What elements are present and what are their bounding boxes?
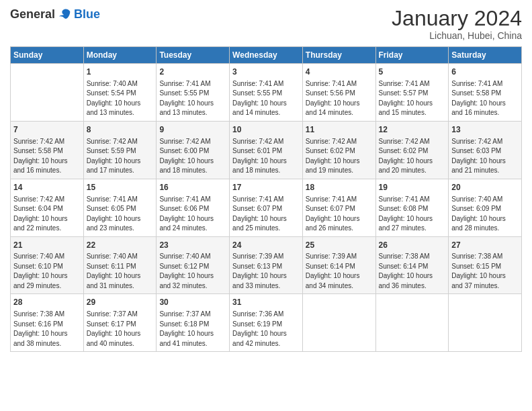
cell-content: Sunrise: 7:42 AMSunset: 6:04 PMDaylight:…	[13, 195, 81, 234]
day-cell: 1Sunrise: 7:40 AMSunset: 5:54 PMDaylight…	[83, 64, 157, 122]
sunset-text: Sunset: 6:07 PM	[232, 204, 300, 214]
day-cell: 26Sunrise: 7:38 AMSunset: 6:14 PMDayligh…	[375, 236, 449, 294]
day-cell: 2Sunrise: 7:41 AMSunset: 5:55 PMDaylight…	[157, 64, 230, 122]
cell-content: Sunrise: 7:40 AMSunset: 6:10 PMDaylight:…	[13, 252, 81, 291]
day-cell: 11Sunrise: 7:42 AMSunset: 6:02 PMDayligh…	[302, 121, 375, 179]
sunset-text: Sunset: 6:16 PM	[13, 320, 81, 330]
day-cell: 25Sunrise: 7:39 AMSunset: 6:14 PMDayligh…	[302, 236, 375, 294]
day-cell: 31Sunrise: 7:36 AMSunset: 6:19 PMDayligh…	[230, 294, 303, 352]
daylight-text: Daylight: 10 hours and 33 minutes.	[232, 271, 300, 291]
daylight-text: Daylight: 10 hours and 42 minutes.	[232, 329, 300, 349]
day-cell: 20Sunrise: 7:40 AMSunset: 6:09 PMDayligh…	[449, 179, 522, 236]
sunset-text: Sunset: 6:06 PM	[159, 204, 226, 214]
day-cell	[302, 294, 375, 352]
day-number: 5	[379, 66, 446, 78]
daylight-text: Daylight: 10 hours and 15 minutes.	[379, 99, 446, 118]
day-header-friday: Friday	[375, 47, 449, 64]
sunset-text: Sunset: 5:54 PM	[87, 89, 154, 99]
sunset-text: Sunset: 5:59 PM	[87, 146, 154, 156]
day-number: 18	[306, 182, 373, 193]
sunrise-text: Sunrise: 7:42 AM	[159, 137, 226, 147]
daylight-text: Daylight: 10 hours and 23 minutes.	[87, 214, 154, 234]
day-number: 17	[232, 182, 300, 193]
sunrise-text: Sunrise: 7:40 AM	[87, 252, 154, 262]
sunrise-text: Sunrise: 7:42 AM	[306, 137, 373, 147]
day-cell: 12Sunrise: 7:42 AMSunset: 6:02 PMDayligh…	[375, 121, 449, 179]
sunset-text: Sunset: 5:55 PM	[159, 89, 226, 99]
day-cell	[375, 294, 449, 352]
day-number: 11	[306, 124, 373, 136]
day-number: 1	[87, 66, 154, 78]
sunrise-text: Sunrise: 7:41 AM	[306, 79, 373, 89]
sunset-text: Sunset: 6:12 PM	[159, 262, 226, 272]
sunset-text: Sunset: 6:07 PM	[306, 204, 373, 214]
week-row-5: 28Sunrise: 7:38 AMSunset: 6:16 PMDayligh…	[11, 294, 522, 352]
day-number: 21	[13, 240, 81, 251]
day-cell: 15Sunrise: 7:41 AMSunset: 6:05 PMDayligh…	[83, 179, 157, 236]
sunrise-text: Sunrise: 7:41 AM	[159, 195, 226, 205]
cell-content: Sunrise: 7:40 AMSunset: 5:54 PMDaylight:…	[87, 79, 154, 118]
sunset-text: Sunset: 6:15 PM	[451, 262, 519, 272]
daylight-text: Daylight: 10 hours and 32 minutes.	[159, 271, 226, 291]
daylight-text: Daylight: 10 hours and 14 minutes.	[306, 99, 373, 118]
sunset-text: Sunset: 5:57 PM	[379, 89, 446, 99]
sunrise-text: Sunrise: 7:38 AM	[379, 252, 446, 262]
cell-content: Sunrise: 7:41 AMSunset: 6:06 PMDaylight:…	[159, 195, 226, 234]
cell-content: Sunrise: 7:40 AMSunset: 6:09 PMDaylight:…	[451, 195, 519, 234]
sunrise-text: Sunrise: 7:41 AM	[379, 79, 446, 89]
day-cell: 17Sunrise: 7:41 AMSunset: 6:07 PMDayligh…	[230, 179, 303, 236]
day-cell: 19Sunrise: 7:41 AMSunset: 6:08 PMDayligh…	[375, 179, 449, 236]
daylight-text: Daylight: 10 hours and 19 minutes.	[306, 156, 373, 176]
sunrise-text: Sunrise: 7:40 AM	[13, 252, 81, 262]
day-number: 22	[87, 240, 154, 251]
day-cell: 13Sunrise: 7:42 AMSunset: 6:03 PMDayligh…	[449, 121, 522, 179]
cell-content: Sunrise: 7:42 AMSunset: 5:58 PMDaylight:…	[13, 137, 81, 176]
day-cell: 24Sunrise: 7:39 AMSunset: 6:13 PMDayligh…	[230, 236, 303, 294]
day-number: 12	[379, 124, 446, 136]
sunrise-text: Sunrise: 7:41 AM	[159, 79, 226, 89]
day-number: 14	[13, 182, 81, 193]
day-header-thursday: Thursday	[302, 47, 375, 64]
day-number: 13	[451, 124, 519, 136]
daylight-text: Daylight: 10 hours and 38 minutes.	[13, 329, 81, 349]
calendar-page: General Blue January 2024 Lichuan, Hubei…	[0, 0, 532, 411]
cell-content: Sunrise: 7:41 AMSunset: 6:05 PMDaylight:…	[87, 195, 154, 234]
sunset-text: Sunset: 6:14 PM	[306, 262, 373, 272]
day-number: 30	[159, 297, 226, 308]
cell-content: Sunrise: 7:42 AMSunset: 5:59 PMDaylight:…	[87, 137, 154, 176]
sunset-text: Sunset: 6:09 PM	[451, 204, 519, 214]
sunrise-text: Sunrise: 7:41 AM	[379, 195, 446, 205]
day-cell: 5Sunrise: 7:41 AMSunset: 5:57 PMDaylight…	[375, 64, 449, 122]
cell-content: Sunrise: 7:40 AMSunset: 6:12 PMDaylight:…	[159, 252, 226, 291]
day-number: 7	[13, 124, 81, 136]
day-cell: 23Sunrise: 7:40 AMSunset: 6:12 PMDayligh…	[157, 236, 230, 294]
day-cell: 8Sunrise: 7:42 AMSunset: 5:59 PMDaylight…	[83, 121, 157, 179]
cell-content: Sunrise: 7:36 AMSunset: 6:19 PMDaylight:…	[232, 310, 300, 349]
logo-general: General	[10, 7, 55, 21]
sunrise-text: Sunrise: 7:41 AM	[87, 195, 154, 205]
sunset-text: Sunset: 6:11 PM	[87, 262, 154, 272]
daylight-text: Daylight: 10 hours and 13 minutes.	[87, 99, 154, 118]
sunrise-text: Sunrise: 7:42 AM	[87, 137, 154, 147]
day-cell: 21Sunrise: 7:40 AMSunset: 6:10 PMDayligh…	[11, 236, 84, 294]
sunset-text: Sunset: 6:19 PM	[232, 320, 300, 330]
sunrise-text: Sunrise: 7:36 AM	[232, 310, 300, 320]
sunset-text: Sunset: 5:58 PM	[13, 146, 81, 156]
day-cell: 4Sunrise: 7:41 AMSunset: 5:56 PMDaylight…	[302, 64, 375, 122]
daylight-text: Daylight: 10 hours and 22 minutes.	[13, 214, 81, 234]
daylight-text: Daylight: 10 hours and 34 minutes.	[306, 271, 373, 291]
day-cell: 3Sunrise: 7:41 AMSunset: 5:55 PMDaylight…	[230, 64, 303, 122]
day-header-row: SundayMondayTuesdayWednesdayThursdayFrid…	[11, 47, 522, 64]
day-header-tuesday: Tuesday	[157, 47, 230, 64]
day-cell: 14Sunrise: 7:42 AMSunset: 6:04 PMDayligh…	[11, 179, 84, 236]
cell-content: Sunrise: 7:37 AMSunset: 6:17 PMDaylight:…	[87, 310, 154, 349]
daylight-text: Daylight: 10 hours and 18 minutes.	[232, 156, 300, 176]
daylight-text: Daylight: 10 hours and 14 minutes.	[232, 99, 300, 118]
cell-content: Sunrise: 7:41 AMSunset: 5:58 PMDaylight:…	[451, 79, 519, 118]
cell-content: Sunrise: 7:41 AMSunset: 6:08 PMDaylight:…	[379, 195, 446, 234]
daylight-text: Daylight: 10 hours and 24 minutes.	[159, 214, 226, 234]
sunset-text: Sunset: 6:01 PM	[232, 146, 300, 156]
day-number: 16	[159, 182, 226, 193]
main-title: January 2024	[392, 7, 522, 30]
sunrise-text: Sunrise: 7:42 AM	[232, 137, 300, 147]
